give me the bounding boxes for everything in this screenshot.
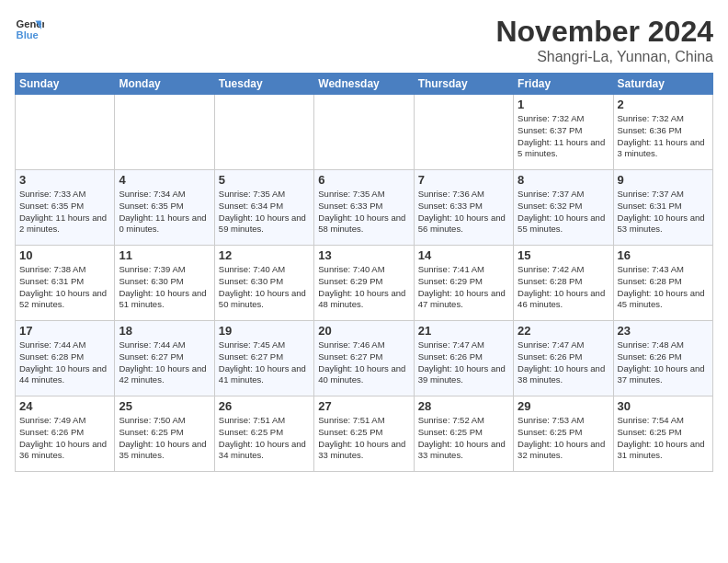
- day-number: 2: [618, 98, 709, 111]
- header: General Blue November 2024 Shangri-La, Y…: [15, 15, 713, 65]
- day-info: Sunrise: 7:33 AM Sunset: 6:35 PM Dayligh…: [19, 189, 110, 236]
- calendar-cell: 25Sunrise: 7:50 AM Sunset: 6:25 PM Dayli…: [115, 396, 214, 472]
- calendar-cell: 22Sunrise: 7:47 AM Sunset: 6:26 PM Dayli…: [514, 321, 613, 396]
- calendar-cell: 29Sunrise: 7:53 AM Sunset: 6:25 PM Dayli…: [514, 396, 613, 472]
- day-info: Sunrise: 7:37 AM Sunset: 6:32 PM Dayligh…: [518, 189, 609, 236]
- day-number: 7: [418, 173, 509, 187]
- day-number: 13: [318, 248, 409, 262]
- calendar-cell: 26Sunrise: 7:51 AM Sunset: 6:25 PM Dayli…: [214, 396, 313, 472]
- calendar-cell: 6Sunrise: 7:35 AM Sunset: 6:33 PM Daylig…: [314, 170, 414, 246]
- weekday-header-saturday: Saturday: [613, 74, 712, 95]
- day-info: Sunrise: 7:41 AM Sunset: 6:29 PM Dayligh…: [418, 264, 509, 311]
- day-number: 4: [119, 173, 210, 187]
- day-number: 20: [318, 324, 409, 338]
- day-number: 11: [119, 248, 210, 262]
- calendar-cell: 11Sunrise: 7:39 AM Sunset: 6:30 PM Dayli…: [115, 246, 214, 321]
- day-info: Sunrise: 7:51 AM Sunset: 6:25 PM Dayligh…: [318, 415, 409, 462]
- day-info: Sunrise: 7:35 AM Sunset: 6:33 PM Dayligh…: [318, 189, 409, 236]
- calendar-week-2: 3Sunrise: 7:33 AM Sunset: 6:35 PM Daylig…: [16, 170, 713, 246]
- day-number: 6: [318, 173, 409, 187]
- calendar-cell: 5Sunrise: 7:35 AM Sunset: 6:34 PM Daylig…: [214, 170, 313, 246]
- day-number: 1: [518, 98, 609, 111]
- day-info: Sunrise: 7:39 AM Sunset: 6:30 PM Dayligh…: [119, 264, 210, 311]
- day-number: 3: [19, 173, 110, 187]
- calendar-cell: 28Sunrise: 7:52 AM Sunset: 6:25 PM Dayli…: [414, 396, 513, 472]
- month-title: November 2024: [495, 15, 713, 49]
- day-info: Sunrise: 7:45 AM Sunset: 6:27 PM Dayligh…: [219, 339, 310, 386]
- calendar-cell: [214, 95, 313, 170]
- day-number: 9: [618, 173, 709, 187]
- day-number: 24: [19, 399, 110, 413]
- calendar-cell: 27Sunrise: 7:51 AM Sunset: 6:25 PM Dayli…: [314, 396, 414, 472]
- day-number: 16: [618, 248, 709, 262]
- calendar-cell: 4Sunrise: 7:34 AM Sunset: 6:35 PM Daylig…: [115, 170, 214, 246]
- day-info: Sunrise: 7:42 AM Sunset: 6:28 PM Dayligh…: [518, 264, 609, 311]
- calendar-cell: 19Sunrise: 7:45 AM Sunset: 6:27 PM Dayli…: [214, 321, 313, 396]
- day-info: Sunrise: 7:40 AM Sunset: 6:30 PM Dayligh…: [219, 264, 310, 311]
- calendar-cell: 20Sunrise: 7:46 AM Sunset: 6:27 PM Dayli…: [314, 321, 414, 396]
- calendar-cell: 10Sunrise: 7:38 AM Sunset: 6:31 PM Dayli…: [16, 246, 115, 321]
- location-subtitle: Shangri-La, Yunnan, China: [495, 49, 713, 65]
- day-number: 21: [418, 324, 509, 338]
- day-number: 19: [219, 324, 310, 338]
- day-info: Sunrise: 7:35 AM Sunset: 6:34 PM Dayligh…: [219, 189, 310, 236]
- calendar-cell: [115, 95, 214, 170]
- weekday-header-friday: Friday: [514, 74, 613, 95]
- day-number: 29: [518, 399, 609, 413]
- calendar-cell: 23Sunrise: 7:48 AM Sunset: 6:26 PM Dayli…: [613, 321, 712, 396]
- calendar-cell: 15Sunrise: 7:42 AM Sunset: 6:28 PM Dayli…: [514, 246, 613, 321]
- weekday-header-thursday: Thursday: [414, 74, 513, 95]
- calendar-cell: 8Sunrise: 7:37 AM Sunset: 6:32 PM Daylig…: [514, 170, 613, 246]
- day-number: 12: [219, 248, 310, 262]
- calendar-cell: 1Sunrise: 7:32 AM Sunset: 6:37 PM Daylig…: [514, 95, 613, 170]
- calendar-cell: 3Sunrise: 7:33 AM Sunset: 6:35 PM Daylig…: [16, 170, 115, 246]
- day-info: Sunrise: 7:32 AM Sunset: 6:37 PM Dayligh…: [518, 113, 609, 160]
- title-area: November 2024 Shangri-La, Yunnan, China: [495, 15, 713, 65]
- day-info: Sunrise: 7:37 AM Sunset: 6:31 PM Dayligh…: [618, 189, 709, 236]
- calendar-cell: [16, 95, 115, 170]
- day-info: Sunrise: 7:40 AM Sunset: 6:29 PM Dayligh…: [318, 264, 409, 311]
- calendar-cell: 2Sunrise: 7:32 AM Sunset: 6:36 PM Daylig…: [613, 95, 712, 170]
- calendar-cell: [314, 95, 414, 170]
- logo-icon: General Blue: [15, 15, 44, 44]
- day-info: Sunrise: 7:48 AM Sunset: 6:26 PM Dayligh…: [618, 339, 709, 386]
- day-number: 17: [19, 324, 110, 338]
- day-number: 30: [618, 399, 709, 413]
- calendar: SundayMondayTuesdayWednesdayThursdayFrid…: [15, 73, 713, 472]
- day-number: 14: [418, 248, 509, 262]
- calendar-cell: 7Sunrise: 7:36 AM Sunset: 6:33 PM Daylig…: [414, 170, 513, 246]
- calendar-cell: 17Sunrise: 7:44 AM Sunset: 6:28 PM Dayli…: [16, 321, 115, 396]
- day-info: Sunrise: 7:36 AM Sunset: 6:33 PM Dayligh…: [418, 189, 509, 236]
- svg-text:Blue: Blue: [17, 29, 39, 40]
- day-number: 5: [219, 173, 310, 187]
- day-number: 26: [219, 399, 310, 413]
- weekday-header-sunday: Sunday: [16, 74, 115, 95]
- calendar-cell: 12Sunrise: 7:40 AM Sunset: 6:30 PM Dayli…: [214, 246, 313, 321]
- day-info: Sunrise: 7:53 AM Sunset: 6:25 PM Dayligh…: [518, 415, 609, 462]
- day-number: 23: [618, 324, 709, 338]
- weekday-header-tuesday: Tuesday: [214, 74, 313, 95]
- day-number: 10: [19, 248, 110, 262]
- calendar-cell: 30Sunrise: 7:54 AM Sunset: 6:25 PM Dayli…: [613, 396, 712, 472]
- day-info: Sunrise: 7:47 AM Sunset: 6:26 PM Dayligh…: [418, 339, 509, 386]
- day-number: 8: [518, 173, 609, 187]
- calendar-week-4: 17Sunrise: 7:44 AM Sunset: 6:28 PM Dayli…: [16, 321, 713, 396]
- day-number: 22: [518, 324, 609, 338]
- calendar-cell: [414, 95, 513, 170]
- day-number: 25: [119, 399, 210, 413]
- weekday-header-wednesday: Wednesday: [314, 74, 414, 95]
- calendar-cell: 13Sunrise: 7:40 AM Sunset: 6:29 PM Dayli…: [314, 246, 414, 321]
- day-info: Sunrise: 7:44 AM Sunset: 6:28 PM Dayligh…: [19, 339, 110, 386]
- calendar-cell: 18Sunrise: 7:44 AM Sunset: 6:27 PM Dayli…: [115, 321, 214, 396]
- day-info: Sunrise: 7:49 AM Sunset: 6:26 PM Dayligh…: [19, 415, 110, 462]
- logo: General Blue: [15, 15, 44, 44]
- calendar-cell: 16Sunrise: 7:43 AM Sunset: 6:28 PM Dayli…: [613, 246, 712, 321]
- weekday-header-row: SundayMondayTuesdayWednesdayThursdayFrid…: [16, 74, 713, 95]
- calendar-cell: 9Sunrise: 7:37 AM Sunset: 6:31 PM Daylig…: [613, 170, 712, 246]
- day-number: 28: [418, 399, 509, 413]
- weekday-header-monday: Monday: [115, 74, 214, 95]
- calendar-cell: 24Sunrise: 7:49 AM Sunset: 6:26 PM Dayli…: [16, 396, 115, 472]
- day-number: 15: [518, 248, 609, 262]
- day-number: 27: [318, 399, 409, 413]
- day-info: Sunrise: 7:38 AM Sunset: 6:31 PM Dayligh…: [19, 264, 110, 311]
